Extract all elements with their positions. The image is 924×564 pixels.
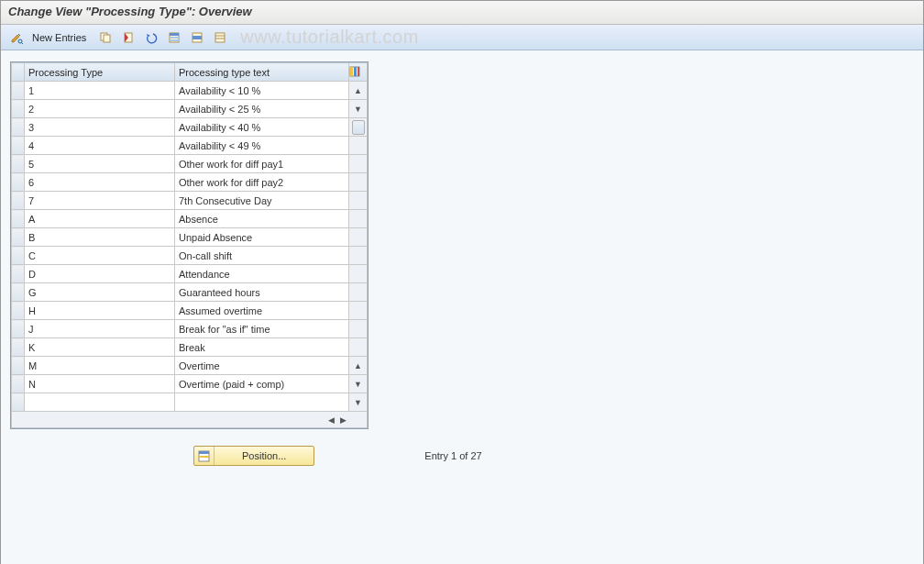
processing-type-text-cell[interactable]: Other work for diff pay1 [175,155,349,173]
processing-type-cell[interactable]: 6 [25,173,175,192]
deselect-all-button[interactable] [210,28,230,47]
delete-button[interactable] [118,28,138,47]
column-header-processing-type-text[interactable]: Processing type text [175,63,349,82]
processing-type-cell[interactable]: K [25,338,175,357]
table-row[interactable]: COn-call shift [12,247,368,265]
scrollbar-thumb[interactable] [349,118,368,137]
processing-type-text-cell[interactable]: Availability < 25 % [175,100,349,118]
processing-type-text-cell[interactable]: Availability < 49 % [175,137,349,155]
processing-type-cell[interactable]: 7 [25,192,175,210]
select-block-button[interactable] [187,28,207,47]
processing-type-cell[interactable]: B [25,228,175,247]
processing-type-text-cell[interactable]: Break [175,338,349,357]
new-entries-button[interactable]: New Entries [29,28,93,47]
processing-type-cell[interactable]: G [25,283,175,302]
scrollbar-track[interactable] [349,210,368,228]
table-row[interactable]: HAssumed overtime [12,302,368,320]
row-handle[interactable] [12,155,25,173]
row-handle[interactable] [12,302,25,320]
scroll-up-bottom-button[interactable]: ▲ [349,357,368,375]
scrollbar-track[interactable] [349,173,368,192]
row-handle[interactable] [12,137,25,155]
table-row[interactable]: 2Availability < 25 %▼ [12,100,368,118]
table-row[interactable]: KBreak [12,338,368,357]
processing-type-cell[interactable]: 3 [25,118,175,137]
processing-type-text-cell[interactable]: Other work for diff pay2 [175,173,349,192]
processing-type-cell[interactable]: 2 [25,100,175,118]
row-handle[interactable] [12,320,25,338]
scroll-down-bottom-button[interactable]: ▼ [349,393,368,412]
processing-type-cell[interactable]: C [25,247,175,265]
table-row[interactable]: MOvertime▲ [12,357,368,375]
scroll-left-button[interactable]: ◀ [326,415,336,425]
table-row[interactable]: NOvertime (paid + comp)▼ [12,375,368,393]
scrollbar-track[interactable] [349,283,368,302]
scrollbar-track[interactable] [349,265,368,283]
undo-button[interactable] [141,28,161,47]
table-row[interactable]: 5Other work for diff pay1 [12,155,368,173]
processing-type-text-cell[interactable]: Break for "as if" time [175,320,349,338]
scroll-down-button[interactable]: ▼ [349,375,368,393]
scrollbar-track[interactable] [349,192,368,210]
table-row[interactable]: 3Availability < 40 % [12,118,368,137]
row-handle[interactable] [12,283,25,302]
toggle-display-change-button[interactable] [6,28,27,47]
row-handle[interactable] [12,265,25,283]
processing-type-table[interactable]: Processing Type Processing type text 1Av… [11,62,368,412]
row-handle[interactable] [12,192,25,210]
row-handle[interactable] [12,393,25,412]
scrollbar-track[interactable] [349,320,368,338]
table-row[interactable]: 1Availability < 10 %▲ [12,82,368,100]
row-handle[interactable] [12,247,25,265]
processing-type-text-cell[interactable]: Availability < 10 % [175,82,349,100]
processing-type-cell[interactable]: 5 [25,155,175,173]
processing-type-cell[interactable]: A [25,210,175,228]
processing-type-text-cell[interactable]: Availability < 40 % [175,118,349,137]
row-handle-header[interactable] [12,63,25,82]
row-handle[interactable] [12,118,25,137]
table-row[interactable]: 77th Consecutive Day [12,192,368,210]
table-row[interactable]: BUnpaid Absence [12,228,368,247]
table-row[interactable]: GGuaranteed hours [12,283,368,302]
row-handle[interactable] [12,82,25,100]
processing-type-cell[interactable]: 4 [25,137,175,155]
row-handle[interactable] [12,173,25,192]
row-handle[interactable] [12,338,25,357]
processing-type-cell[interactable]: 1 [25,82,175,100]
scrollbar-track[interactable] [349,247,368,265]
scroll-up-button[interactable]: ▲ [349,82,368,100]
copy-as-button[interactable] [95,28,116,47]
horizontal-scrollbar[interactable]: ◀ ▶ [11,412,368,428]
row-handle[interactable] [12,210,25,228]
processing-type-text-cell[interactable]: Unpaid Absence [175,228,349,247]
processing-type-text-cell[interactable]: Attendance [175,265,349,283]
table-row[interactable]: 6Other work for diff pay2 [12,173,368,192]
table-row[interactable]: JBreak for "as if" time [12,320,368,338]
processing-type-text-cell[interactable]: Overtime (paid + comp) [175,375,349,393]
processing-type-text-cell[interactable]: Assumed overtime [175,302,349,320]
empty-cell[interactable] [25,393,175,412]
table-row[interactable]: 4Availability < 49 % [12,137,368,155]
scrollbar-track[interactable] [349,228,368,247]
processing-type-text-cell[interactable]: 7th Consecutive Day [175,192,349,210]
processing-type-text-cell[interactable]: Overtime [175,357,349,375]
configure-columns-button[interactable] [349,63,368,82]
empty-cell[interactable] [175,393,349,412]
scrollbar-track[interactable] [349,137,368,155]
scrollbar-track[interactable] [349,338,368,357]
row-handle[interactable] [12,100,25,118]
scroll-right-button[interactable]: ▶ [338,415,348,425]
processing-type-text-cell[interactable]: On-call shift [175,247,349,265]
processing-type-cell[interactable]: J [25,320,175,338]
scrollbar-track[interactable] [349,302,368,320]
processing-type-cell[interactable]: M [25,357,175,375]
processing-type-cell[interactable]: D [25,265,175,283]
scroll-down-button[interactable]: ▼ [349,100,368,118]
processing-type-cell[interactable]: N [25,375,175,393]
processing-type-text-cell[interactable]: Guaranteed hours [175,283,349,302]
processing-type-text-cell[interactable]: Absence [175,210,349,228]
row-handle[interactable] [12,228,25,247]
table-row[interactable]: DAttendance [12,265,368,283]
row-handle[interactable] [12,375,25,393]
select-all-button[interactable] [164,28,184,47]
